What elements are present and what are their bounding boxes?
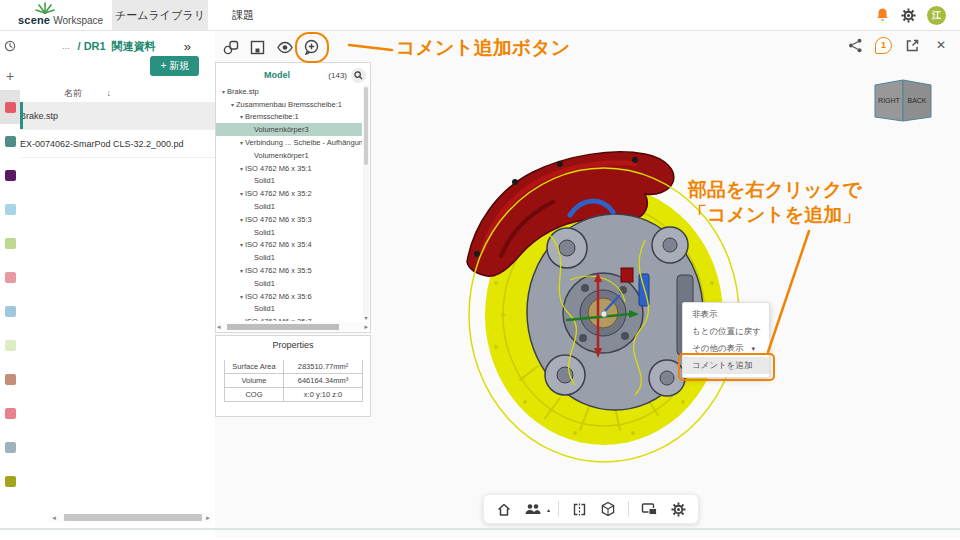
color-chip[interactable]	[0, 294, 20, 328]
vscroll-thumb[interactable]	[364, 87, 368, 165]
breadcrumb-ellipsis[interactable]: ...	[62, 41, 70, 51]
caret-down-icon[interactable]: ▾	[240, 113, 243, 120]
tree-node-label: ISO 4762 M6 x 35:7	[245, 317, 312, 321]
scroll-down-icon[interactable]: ▾	[363, 314, 369, 321]
add-comment-icon[interactable]	[298, 35, 325, 59]
tree-row[interactable]: ▾ ISO 4762 M6 x 35:3	[216, 213, 362, 226]
sort-down-icon[interactable]: ↓	[107, 88, 112, 98]
viewer-toolbar	[217, 34, 325, 60]
instances-icon[interactable]	[217, 35, 244, 59]
color-chip[interactable]	[0, 192, 20, 226]
context-menu-item[interactable]: コメントを追加 ▾	[683, 357, 769, 374]
color-chip[interactable]	[0, 226, 20, 260]
add-plus-icon[interactable]: +	[0, 68, 20, 84]
viewer-settings-gear-icon[interactable]	[666, 497, 690, 521]
share-icon[interactable]	[846, 36, 864, 54]
model-cube-icon[interactable]	[596, 497, 620, 521]
caret-down-icon[interactable]: ▾	[231, 101, 234, 108]
brand-logo[interactable]: scene Workspace	[16, 1, 108, 29]
scroll-left-icon[interactable]: ◂	[50, 514, 58, 522]
visibility-eye-icon[interactable]	[271, 35, 298, 59]
navigation-cube[interactable]: RIGHT BACK	[872, 76, 934, 124]
tree-row[interactable]: ▾ ISO 4762 M6 x 35:5	[216, 264, 362, 277]
color-chip[interactable]	[0, 328, 20, 362]
caret-down-icon[interactable]: ▾	[240, 241, 243, 248]
tree-row[interactable]: ▾ Volumenkörper1	[216, 149, 362, 162]
caret-down-icon[interactable]: ▾	[240, 267, 243, 274]
caret-down-icon[interactable]: ▾	[240, 318, 243, 321]
tree-search-icon[interactable]	[351, 68, 366, 83]
tree-vscrollbar[interactable]: ▾	[363, 85, 369, 320]
caret-down-icon[interactable]: ▾	[240, 293, 243, 300]
chip-swatch	[5, 374, 16, 385]
home-view-icon[interactable]	[492, 497, 516, 521]
scroll-right-icon[interactable]: ▸	[364, 323, 368, 331]
tree-row[interactable]: ▾ Volumenkörper3	[216, 123, 362, 136]
property-row: Volume 646164.34mm³	[224, 374, 363, 388]
section-compare-icon[interactable]	[567, 497, 591, 521]
viewer-3d[interactable]: Model (143) ▾ Brake.stp ▾ Zusammenbau Br…	[215, 30, 960, 538]
hscroll-thumb[interactable]	[227, 324, 339, 330]
tree-row[interactable]: ▾ Bremsscheibe:1	[216, 111, 362, 124]
collaboration-users-icon[interactable]	[521, 497, 545, 521]
context-menu-item[interactable]: もとの位置に戻す ▾	[683, 323, 769, 340]
file-list-header[interactable]: 名前 ↓	[20, 84, 215, 103]
scroll-left-icon[interactable]: ◂	[217, 323, 221, 331]
comments-count-badge[interactable]: 1	[875, 37, 892, 54]
color-chip[interactable]	[0, 464, 20, 498]
tree-row[interactable]: ▾ Solid1	[216, 251, 362, 264]
color-chip[interactable]	[0, 396, 20, 430]
tree-row[interactable]: ▾ ISO 4762 M6 x 35:4	[216, 239, 362, 252]
tree-node-label: Volumenkörper1	[254, 151, 309, 160]
tab-issues[interactable]: 課題	[208, 0, 278, 30]
settings-gear-icon[interactable]	[901, 8, 916, 23]
context-menu-item[interactable]: 非表示 ▾	[683, 306, 769, 323]
screen-share-icon[interactable]	[637, 497, 661, 521]
tree-row[interactable]: ▾ Solid1	[216, 175, 362, 188]
scroll-right-icon[interactable]: ▸	[204, 514, 212, 522]
tree-row[interactable]: ▾ Verbindung ... Scheibe - Aufhängun	[216, 136, 362, 149]
caret-down-icon[interactable]: ▾	[240, 216, 243, 223]
tab-team-library[interactable]: チームライブラリ	[112, 0, 208, 30]
tree-row[interactable]: ▾ Solid1	[216, 200, 362, 213]
color-chip[interactable]	[0, 260, 20, 294]
tree-row[interactable]: ▾ Solid1	[216, 303, 362, 316]
color-chip[interactable]	[0, 362, 20, 396]
tree-row[interactable]: ▾ ISO 4762 M6 x 35:1	[216, 162, 362, 175]
tree-row[interactable]: ▾ ISO 4762 M6 x 35:6	[216, 290, 362, 303]
color-chip[interactable]	[0, 430, 20, 464]
tree-row[interactable]: ▾ ISO 4762 M6 x 35:7	[216, 315, 362, 321]
notifications-bell-icon[interactable]	[875, 7, 890, 23]
close-icon[interactable]: ✕	[932, 36, 950, 54]
caret-down-icon[interactable]: ▾	[240, 190, 243, 197]
tree-row[interactable]: ▾ Solid1	[216, 277, 362, 290]
file-panel-hscrollbar[interactable]: ◂ ▸	[50, 513, 212, 522]
file-row[interactable]: EX-0074062-SmarPod CLS-32.2_000.pd	[20, 130, 215, 158]
caret-down-icon[interactable]: ▾	[240, 165, 243, 172]
file-row[interactable]: Brake.stp	[20, 102, 215, 130]
tree-row[interactable]: ▾ ISO 4762 M6 x 35:2	[216, 187, 362, 200]
bounding-box-icon[interactable]	[244, 35, 271, 59]
open-in-new-icon[interactable]	[903, 36, 921, 54]
tree-row[interactable]: ▾ Brake.stp	[216, 85, 362, 98]
caret-down-icon[interactable]: ▾	[240, 139, 243, 146]
tree-row[interactable]: ▾ Zusammenbau Bremsscheibe:1	[216, 98, 362, 111]
column-name-label: 名前	[64, 88, 82, 98]
caret-down-icon[interactable]: ▾	[222, 88, 225, 95]
tree-node-label: Solid1	[254, 279, 275, 288]
collapse-panel-icon[interactable]: »	[184, 39, 191, 54]
caret-up-icon[interactable]: ▴	[547, 506, 550, 513]
user-avatar[interactable]: 江	[927, 6, 946, 25]
hscroll-thumb[interactable]	[64, 514, 202, 521]
suspension-knuckle[interactable]	[527, 201, 703, 410]
tree-hscrollbar[interactable]: ◂ ▸	[217, 322, 369, 331]
tree-row[interactable]: ▾ Solid1	[216, 226, 362, 239]
color-chip[interactable]	[0, 124, 20, 158]
color-chip[interactable]	[0, 158, 20, 192]
color-chip[interactable]	[0, 90, 20, 124]
breadcrumb-path[interactable]: / DR1	[78, 40, 106, 52]
context-menu-item[interactable]: その他の表示 ▾	[683, 340, 769, 357]
history-clock-icon[interactable]	[0, 40, 20, 52]
chip-swatch	[5, 136, 16, 147]
new-file-button[interactable]: + 新規	[150, 56, 199, 76]
